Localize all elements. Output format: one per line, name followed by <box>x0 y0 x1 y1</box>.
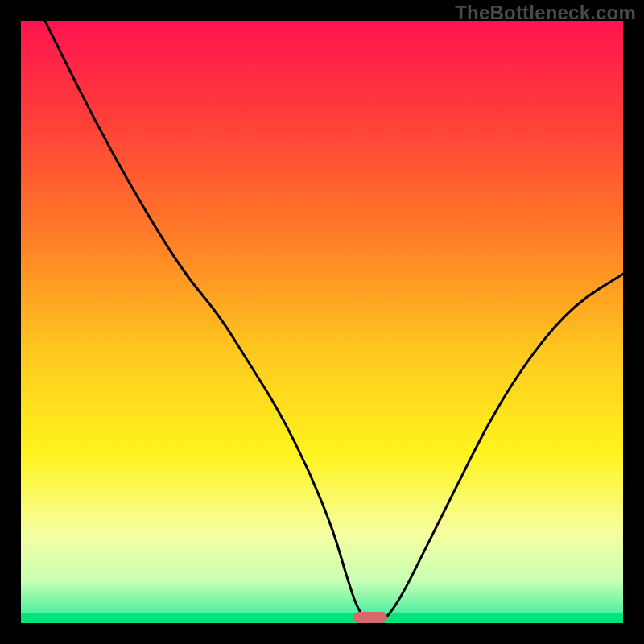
watermark-text: TheBottleneck.com <box>455 2 636 24</box>
optimal-marker <box>353 612 387 623</box>
bottleneck-curve <box>21 21 623 623</box>
plot-area <box>21 21 623 623</box>
chart-frame: TheBottleneck.com <box>0 0 644 644</box>
